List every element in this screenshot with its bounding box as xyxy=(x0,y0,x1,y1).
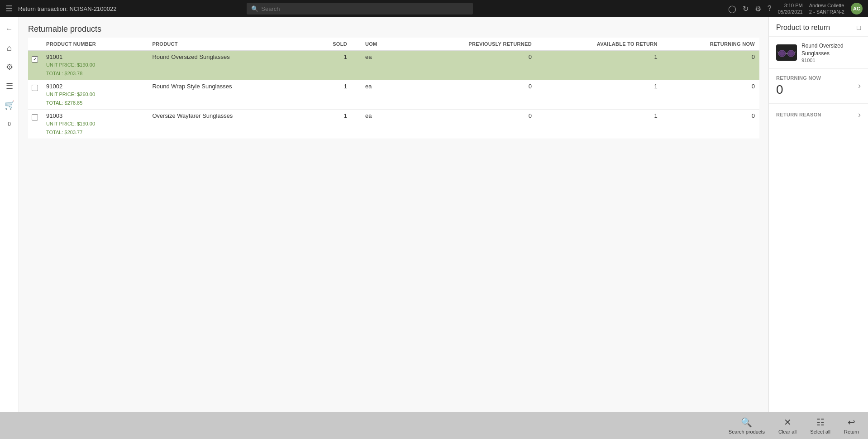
svg-line-4 xyxy=(795,52,796,53)
back-button[interactable]: ← xyxy=(1,21,18,37)
row-uom: ea xyxy=(352,51,406,80)
row-product-name: Round Oversized Sunglasses xyxy=(148,51,309,80)
row-sold: 1 xyxy=(310,110,352,139)
row-product-number: 91002 UNIT PRICE: $260.00 TOTAL: $278.85 xyxy=(42,80,148,110)
right-panel: Product to return □ Round Oversized Sung… xyxy=(768,17,868,412)
sidebar: ← ⌂ ⚙ ☰ 🛒 0 xyxy=(0,17,19,412)
product-info: Round Oversized Sunglasses 91001 xyxy=(801,42,861,63)
return-reason-section[interactable]: RETURN REASON › xyxy=(769,104,868,126)
store-name: 2 - SANFRAN-2 xyxy=(809,9,844,15)
returning-now-section: RETURNING NOW 0 › xyxy=(769,69,868,104)
row-returning-now: 0 xyxy=(662,110,759,139)
clear-all-label: Clear all xyxy=(778,429,796,434)
row-uom: ea xyxy=(352,110,406,139)
chat-icon[interactable]: ◯ xyxy=(728,5,736,13)
table-row[interactable]: 91002 UNIT PRICE: $260.00 TOTAL: $278.85… xyxy=(28,80,759,110)
row-checkbox[interactable] xyxy=(32,56,38,63)
row-product-number: 91001 UNIT PRICE: $190.00 TOTAL: $203.78 xyxy=(42,51,148,80)
row-product-name: Oversize Wayfarer Sunglasses xyxy=(148,110,309,139)
row-previously-returned: 0 xyxy=(406,51,536,80)
row-available-to-return: 1 xyxy=(536,51,662,80)
search-bar[interactable]: 🔍 xyxy=(247,3,473,14)
right-panel-header: Product to return □ xyxy=(769,17,868,37)
product-preview: Round Oversized Sunglasses 91001 xyxy=(769,37,868,69)
return-reason-chevron[interactable]: › xyxy=(858,110,861,120)
zero-badge: 0 xyxy=(1,116,18,132)
col-returning-now: RETURNING NOW xyxy=(662,38,759,51)
product-unit-price: UNIT PRICE: $260.00 xyxy=(46,91,143,98)
row-sold: 1 xyxy=(310,51,352,80)
returning-now-label: RETURNING NOW xyxy=(776,75,821,81)
refresh-icon[interactable]: ↻ xyxy=(743,5,749,13)
svg-point-5 xyxy=(779,51,785,56)
search-products-icon: 🔍 xyxy=(741,417,752,428)
returning-now-row: RETURNING NOW 0 › xyxy=(776,75,861,97)
row-uom: ea xyxy=(352,80,406,110)
gear-button[interactable]: ⚙ xyxy=(1,59,18,75)
topbar-actions: ◯ ↻ ⚙ ? 3:10 PM 05/20/2021 Andrew Collet… xyxy=(728,2,863,15)
select-all-label: Select all xyxy=(810,429,830,434)
current-time: 3:10 PM xyxy=(784,2,803,9)
product-number-value: 91002 xyxy=(46,83,143,90)
returning-now-chevron[interactable]: › xyxy=(858,81,861,91)
content-area: Returnable products PRODUCT NUMBER PRODU… xyxy=(19,17,768,412)
row-sold: 1 xyxy=(310,80,352,110)
main-container: ← ⌂ ⚙ ☰ 🛒 0 Returnable products PRODUCT … xyxy=(0,17,868,412)
search-icon: 🔍 xyxy=(251,5,258,12)
row-previously-returned: 0 xyxy=(406,80,536,110)
clear-all-button[interactable]: ✕ Clear all xyxy=(778,417,796,434)
row-checkbox[interactable] xyxy=(32,85,38,91)
hamburger-icon[interactable]: ☰ xyxy=(5,4,13,14)
search-products-label: Search products xyxy=(729,429,765,434)
return-reason-label: RETURN REASON xyxy=(776,112,821,117)
table-container: PRODUCT NUMBER PRODUCT SOLD UOM PREVIOUS… xyxy=(19,38,768,412)
row-checkbox-cell[interactable] xyxy=(28,51,42,80)
product-image xyxy=(776,44,797,61)
return-button[interactable]: ↩ Return xyxy=(844,417,859,434)
row-checkbox-cell[interactable] xyxy=(28,110,42,139)
row-product-number: 91003 UNIT PRICE: $190.00 TOTAL: $203.77 xyxy=(42,110,148,139)
product-total: TOTAL: $278.85 xyxy=(46,99,143,107)
product-number-value: 91003 xyxy=(46,112,143,119)
return-icon: ↩ xyxy=(848,417,855,428)
select-all-icon: ☷ xyxy=(816,417,825,428)
clear-all-icon: ✕ xyxy=(784,417,792,428)
col-previously-returned: PREVIOUSLY RETURNED xyxy=(406,38,536,51)
row-previously-returned: 0 xyxy=(406,110,536,139)
col-available-to-return: AVAILABLE TO RETURN xyxy=(536,38,662,51)
select-all-button[interactable]: ☷ Select all xyxy=(810,417,830,434)
returning-now-value: 0 xyxy=(776,82,821,97)
col-checkbox xyxy=(28,38,42,51)
row-product-name: Round Wrap Style Sunglasses xyxy=(148,80,309,110)
product-total: TOTAL: $203.77 xyxy=(46,129,143,136)
table-row[interactable]: 91003 UNIT PRICE: $190.00 TOTAL: $203.77… xyxy=(28,110,759,139)
user-name: Andrew Collette xyxy=(809,2,844,9)
svg-point-6 xyxy=(788,51,794,56)
svg-line-3 xyxy=(777,52,778,53)
bottombar: 🔍 Search products ✕ Clear all ☷ Select a… xyxy=(0,412,868,439)
col-sold: SOLD xyxy=(310,38,352,51)
product-total: TOTAL: $203.78 xyxy=(46,70,143,77)
avatar[interactable]: AC xyxy=(851,3,863,14)
transaction-title: Return transaction: NCISAN-2100022 xyxy=(18,5,117,12)
topbar: ☰ Return transaction: NCISAN-2100022 🔍 ◯… xyxy=(0,0,868,17)
row-checkbox-cell[interactable] xyxy=(28,80,42,110)
list-button[interactable]: ☰ xyxy=(1,78,18,94)
panel-expand-icon[interactable]: □ xyxy=(857,24,861,31)
home-button[interactable]: ⌂ xyxy=(1,40,18,56)
search-products-button[interactable]: 🔍 Search products xyxy=(729,417,765,434)
product-unit-price: UNIT PRICE: $190.00 xyxy=(46,61,143,69)
settings-icon[interactable]: ⚙ xyxy=(755,5,761,13)
row-returning-now: 0 xyxy=(662,51,759,80)
current-date: 05/20/2021 xyxy=(778,9,803,15)
product-unit-price: UNIT PRICE: $190.00 xyxy=(46,120,143,128)
bag-button[interactable]: 🛒 xyxy=(1,97,18,113)
search-input[interactable] xyxy=(261,5,468,12)
col-uom: UOM xyxy=(352,38,406,51)
page-title: Returnable products xyxy=(19,17,768,38)
products-table: PRODUCT NUMBER PRODUCT SOLD UOM PREVIOUS… xyxy=(28,38,759,139)
table-row[interactable]: 91001 UNIT PRICE: $190.00 TOTAL: $203.78… xyxy=(28,51,759,80)
row-checkbox[interactable] xyxy=(32,114,38,121)
help-icon[interactable]: ? xyxy=(768,5,772,13)
row-returning-now: 0 xyxy=(662,80,759,110)
